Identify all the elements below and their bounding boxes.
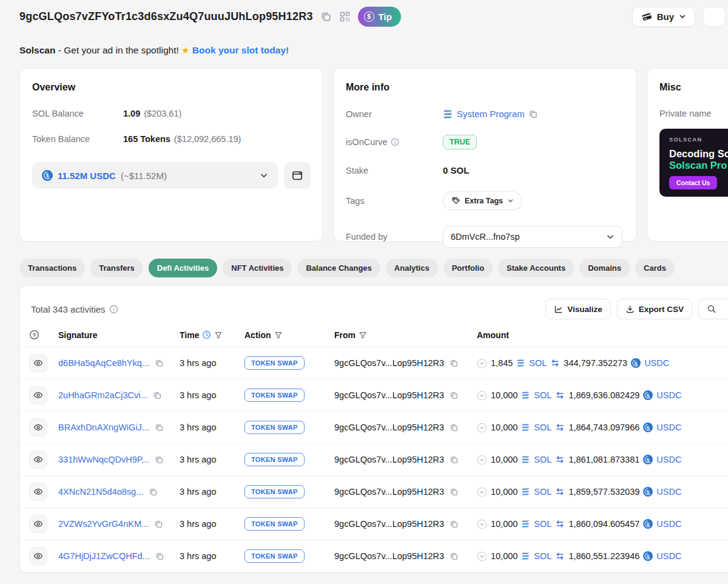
amount-in-value: 10,000 — [491, 519, 517, 529]
buy-button[interactable]: Buy — [632, 7, 695, 27]
visualize-button[interactable]: Visualize — [545, 299, 611, 319]
copy-icon[interactable] — [154, 520, 163, 529]
preview-button[interactable] — [29, 354, 47, 372]
funded-by-dropdown[interactable]: 6DmVcR...fno7sp — [443, 226, 622, 248]
contact-us-button[interactable]: Contact Us — [669, 176, 717, 189]
swap-arrows-icon — [555, 520, 565, 528]
token-in-link[interactable]: SOL — [534, 423, 551, 432]
qr-code-button[interactable] — [339, 11, 351, 22]
preview-button[interactable] — [29, 386, 47, 404]
token-out-link[interactable]: USDC — [656, 423, 681, 432]
action-badge[interactable]: TOKEN SWAP — [244, 356, 305, 370]
signature-link[interactable]: 4G7HjDjJ1ZwCQHFd... — [58, 551, 150, 561]
from-column-header[interactable]: From — [334, 330, 477, 340]
action-badge[interactable]: TOKEN SWAP — [244, 389, 305, 402]
tab-balance-changes[interactable]: Balance Changes — [297, 259, 380, 277]
tab-nft-activities[interactable]: NFT Activities — [223, 259, 292, 277]
token-in-link[interactable]: SOL — [534, 551, 551, 561]
copy-icon[interactable] — [155, 455, 164, 464]
tip-button[interactable]: $ Tip — [358, 7, 401, 27]
copy-icon[interactable] — [155, 359, 164, 368]
filter-icon[interactable] — [214, 331, 223, 339]
token-in-link[interactable]: SOL — [534, 487, 551, 497]
action-badge[interactable]: TOKEN SWAP — [244, 549, 305, 563]
chevron-circle-icon[interactable] — [477, 551, 487, 562]
copy-icon[interactable] — [450, 455, 459, 464]
copy-icon[interactable] — [450, 520, 459, 529]
tab-transfers[interactable]: Transfers — [90, 259, 143, 277]
copy-address-button[interactable] — [320, 11, 332, 22]
solana-icon — [521, 488, 530, 495]
signature-link[interactable]: d6BHa5qAqCe8hYkq... — [58, 358, 149, 368]
svg-text:$: $ — [647, 393, 650, 398]
token-out-link[interactable]: USDC — [656, 390, 681, 400]
more-actions-button[interactable] — [703, 7, 726, 27]
token-in-link[interactable]: SOL — [534, 519, 551, 529]
clock-icon[interactable] — [202, 330, 211, 339]
token-in-link[interactable]: SOL — [534, 390, 551, 400]
chevron-circle-icon[interactable] — [477, 519, 487, 529]
copy-icon[interactable] — [450, 391, 459, 400]
action-column-header[interactable]: Action — [244, 330, 334, 340]
token-out-link[interactable]: USDC — [644, 358, 669, 368]
copy-icon[interactable] — [155, 423, 164, 432]
eye-icon — [33, 390, 43, 400]
tab-stake-accounts[interactable]: Stake Accounts — [498, 259, 574, 277]
chevron-circle-icon[interactable] — [477, 487, 487, 497]
stake-label: Stake — [346, 166, 443, 175]
filter-icon[interactable] — [274, 331, 283, 339]
from-address: 9gcGLQos7v...Lop95H12R3 — [334, 358, 444, 368]
action-badge[interactable]: TOKEN SWAP — [244, 517, 305, 531]
copy-icon[interactable] — [528, 109, 538, 119]
extra-tags-button[interactable]: Extra Tags — [443, 191, 522, 210]
tab-portfolio[interactable]: Portfolio — [443, 259, 493, 277]
chevron-circle-icon[interactable] — [477, 423, 487, 433]
tab-transactions[interactable]: Transactions — [19, 259, 85, 277]
chevron-circle-icon[interactable] — [477, 455, 487, 465]
filter-icon[interactable] — [359, 331, 367, 339]
preview-button[interactable] — [29, 450, 47, 469]
copy-icon[interactable] — [450, 359, 459, 368]
token-holdings-dropdown[interactable]: $ 11.52M USDC (~$11.52M) — [32, 162, 278, 189]
action-badge[interactable]: TOKEN SWAP — [244, 453, 305, 466]
tab-defi-activities[interactable]: Defi Activities — [149, 259, 218, 277]
token-out-link[interactable]: USDC — [656, 519, 681, 529]
action-badge[interactable]: TOKEN SWAP — [244, 485, 305, 498]
tab-domains[interactable]: Domains — [579, 259, 630, 277]
copy-icon[interactable] — [153, 391, 162, 400]
search-button[interactable] — [698, 299, 728, 319]
owner-link[interactable]: System Program — [457, 109, 525, 119]
amount-out-value: 1,869,636.082429 — [568, 390, 639, 400]
tab-analytics[interactable]: Analytics — [386, 259, 438, 277]
portfolio-button[interactable] — [284, 162, 311, 189]
time-column-header[interactable]: Time — [180, 330, 244, 340]
signature-link[interactable]: BRAxhDnAXngWiGiJ... — [58, 423, 149, 432]
preview-button[interactable] — [29, 515, 47, 533]
signature-link[interactable]: 2uHhaGRm2aCj3Cvi... — [58, 390, 147, 400]
token-out-link[interactable]: USDC — [656, 551, 681, 561]
copy-icon[interactable] — [450, 423, 459, 432]
copy-icon[interactable] — [450, 552, 459, 561]
promo-brand: SOLSCAN — [669, 137, 728, 143]
signature-link[interactable]: 2VZWs2YvGrG4nKM... — [58, 519, 149, 529]
preview-button[interactable] — [29, 483, 47, 501]
chevron-circle-icon[interactable] — [477, 358, 487, 368]
preview-button[interactable] — [29, 418, 47, 436]
from-address: 9gcGLQos7v...Lop95H12R3 — [334, 423, 444, 432]
token-out-link[interactable]: USDC — [656, 487, 681, 497]
promo-banner[interactable]: SOLSCAN Decoding So Solscan Pro Contact … — [659, 129, 728, 197]
ad-link[interactable]: Book your slot today! — [190, 45, 289, 55]
tab-cards[interactable]: Cards — [635, 259, 675, 277]
signature-link[interactable]: 331hWwNqcQDvH9P... — [58, 455, 149, 464]
chevron-circle-icon[interactable] — [477, 390, 487, 401]
copy-icon[interactable] — [149, 487, 158, 497]
copy-icon[interactable] — [155, 552, 164, 561]
signature-link[interactable]: 4XNcN21N5d4o8sg... — [58, 487, 143, 497]
token-out-link[interactable]: USDC — [656, 455, 681, 464]
copy-icon[interactable] — [450, 487, 459, 497]
export-csv-button[interactable]: Export CSV — [617, 299, 692, 319]
token-in-link[interactable]: SOL — [534, 455, 551, 464]
token-in-link[interactable]: SOL — [529, 358, 547, 368]
preview-button[interactable] — [29, 547, 47, 565]
action-badge[interactable]: TOKEN SWAP — [244, 421, 305, 434]
